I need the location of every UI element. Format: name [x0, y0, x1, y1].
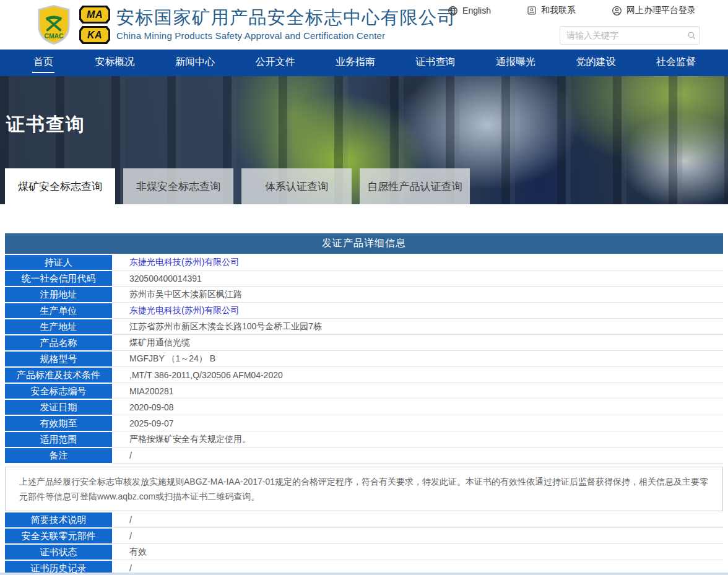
maka-logo: MA KA — [79, 6, 110, 44]
nav-item-certificate-query[interactable]: 证书查询 — [416, 50, 456, 76]
footer-divider — [0, 573, 728, 575]
search-input[interactable] — [560, 30, 685, 40]
table-row: 安全关联零元部件/ — [5, 529, 723, 545]
nav-item-news[interactable]: 新闻中心 — [175, 50, 215, 76]
table-row: 规格型号MGFJBY （1～24） B — [5, 352, 723, 368]
certificate-rows: 持证人东捷光电科技(苏州)有限公司 统一社会信用代码32050040001439… — [5, 255, 723, 464]
ma-badge: MA — [79, 6, 110, 24]
site-logo[interactable]: CMAC MA KA — [35, 4, 110, 45]
query-tabs: 煤矿安全标志查询 非煤安全标志查询 体系认证查询 自愿性产品认证查询 — [5, 168, 470, 204]
nav-item-overview[interactable]: 安标概况 — [95, 50, 135, 76]
login-link[interactable]: 网上办理平台登录 — [612, 5, 696, 16]
search-box — [560, 26, 700, 45]
table-row: 生产地址江苏省苏州市新区木渎金长路100号金桥工业园7栋 — [5, 319, 723, 335]
table-row: 统一社会信用代码320500400014391 — [5, 271, 723, 287]
tab-coal-mine-safety-mark-query[interactable]: 煤矿安全标志查询 — [5, 168, 115, 204]
svg-text:CMAC: CMAC — [44, 33, 64, 40]
nav-item-public-files[interactable]: 公开文件 — [256, 50, 295, 76]
globe-icon — [448, 6, 458, 16]
table-row: 产品标准及技术条件,MT/T 386-2011,Q/320506 AFM04-2… — [5, 368, 723, 384]
contact-card-icon — [527, 6, 537, 15]
ka-badge: KA — [79, 26, 110, 44]
table-row: 生产单位东捷光电科技(苏州)有限公司 — [5, 303, 723, 319]
tab-system-certification-query[interactable]: 体系认证查询 — [241, 168, 352, 204]
tab-voluntary-product-certification-query[interactable]: 自愿性产品认证查询 — [360, 168, 470, 204]
table-row: 证书状态有效 — [5, 545, 723, 561]
table-row: 有效期至2025-09-07 — [5, 416, 723, 432]
user-icon — [612, 6, 622, 16]
table-row: 备注/ — [5, 448, 723, 464]
contact-link[interactable]: 和我联系 — [527, 5, 576, 16]
nav-item-exposure[interactable]: 通报曝光 — [496, 50, 535, 76]
page-title: 证书查询 — [6, 112, 85, 137]
manufacturer-link[interactable]: 东捷光电科技(苏州)有限公司 — [112, 303, 723, 319]
table-row: 适用范围严格按煤矿安全有关规定使用。 — [5, 432, 723, 448]
site-header: CMAC MA KA 安标国家矿用产品安全标志中心有限公司 China Mini… — [0, 0, 728, 50]
banner: 证书查询 煤矿安全标志查询 非煤安全标志查询 体系认证查询 自愿性产品认证查询 — [0, 76, 728, 204]
cmac-shield-icon: CMAC — [35, 4, 73, 45]
table-row: 简要技术说明/ — [5, 512, 723, 529]
nav-item-social-supervision[interactable]: 社会监督 — [656, 50, 696, 76]
main-nav: 首页 安标概况 新闻中心 公开文件 业务指南 证书查询 通报曝光 党的建设 社会… — [0, 50, 728, 76]
table-row: 持证人东捷光电科技(苏州)有限公司 — [5, 255, 723, 271]
table-row: 发证日期2020-09-08 — [5, 400, 723, 416]
search-icon[interactable] — [685, 31, 699, 40]
table-row: 安全标志编号MIA200281 — [5, 384, 723, 400]
table-row: 产品名称煤矿用通信光缆 — [5, 335, 723, 352]
table-title: 发证产品详细信息 — [5, 233, 723, 254]
certificate-rows-2: 简要技术说明/ 安全关联零元部件/ 证书状态有效 证书历史记录/ — [5, 512, 723, 575]
english-link[interactable]: English — [448, 6, 491, 16]
certificate-holder-link[interactable]: 东捷光电科技(苏州)有限公司 — [112, 254, 723, 270]
nav-item-home[interactable]: 首页 — [32, 50, 54, 76]
table-row: 注册地址苏州市吴中区木渎新区枫江路 — [5, 287, 723, 303]
nav-item-business-guide[interactable]: 业务指南 — [336, 50, 375, 76]
nav-item-party-building[interactable]: 党的建设 — [576, 50, 616, 76]
site-title-en: China Mining Products Safety Approval an… — [116, 30, 456, 41]
certificate-statement: 上述产品经履行安全标志审核发放实施规则ABGZ-MA-IAA-2017-01规定… — [5, 467, 723, 511]
tab-non-coal-safety-mark-query[interactable]: 非煤安全标志查询 — [123, 168, 233, 204]
top-links: English 和我联系 — [448, 5, 696, 16]
site-titles: 安标国家矿用产品安全标志中心有限公司 China Mining Products… — [116, 6, 456, 41]
certificate-detail: 发证产品详细信息 持证人东捷光电科技(苏州)有限公司 统一社会信用代码32050… — [0, 204, 728, 575]
site-title-cn: 安标国家矿用产品安全标志中心有限公司 — [116, 6, 456, 28]
page: CMAC MA KA 安标国家矿用产品安全标志中心有限公司 China Mini… — [0, 0, 728, 575]
